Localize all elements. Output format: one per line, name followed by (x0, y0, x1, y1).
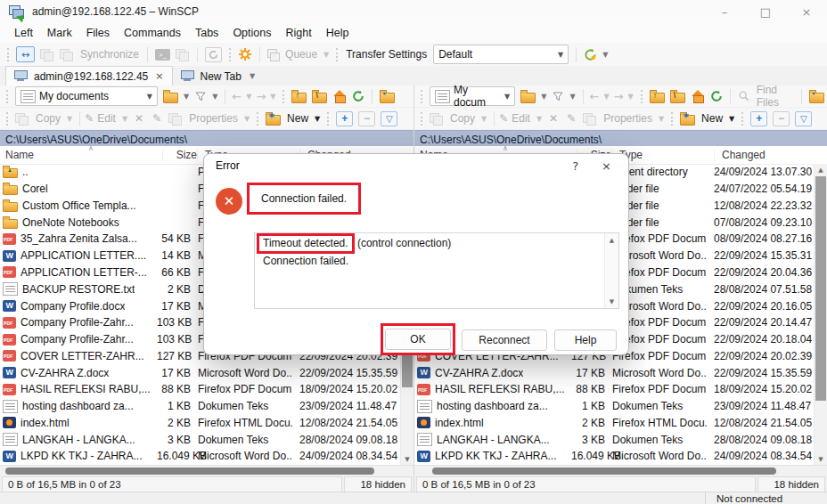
menu-item[interactable]: Mark (40, 27, 79, 39)
console-icon[interactable]: >_ (155, 49, 170, 61)
chevron-down-icon[interactable]: ▼ (602, 51, 608, 59)
refresh-session-icon[interactable] (205, 47, 222, 62)
rename-icon[interactable]: ✎ (567, 112, 576, 125)
toolbar-grip[interactable] (421, 90, 422, 103)
chevron-down-icon[interactable]: ▼ (481, 115, 487, 123)
transfer-settings-combo[interactable]: Default ▼ (433, 45, 569, 64)
remove-filter-icon[interactable]: − (773, 111, 790, 126)
new-label[interactable]: New (701, 112, 723, 125)
file-row[interactable]: CV-ZAHRA Z.docx 17 KB Microsoft Word Do.… (0, 364, 401, 381)
file-row[interactable]: CV-ZAHRA Z.docx 17 KB Microsoft Word Do.… (414, 364, 815, 381)
chevron-down-icon[interactable]: ▼ (536, 115, 542, 123)
new-label[interactable]: New (287, 112, 308, 125)
toolbar-grip[interactable] (6, 112, 8, 126)
synchronize-icon[interactable] (60, 49, 74, 61)
properties-icon[interactable] (168, 113, 183, 125)
add-filter-icon[interactable]: + (336, 111, 353, 126)
refresh-icon[interactable] (710, 90, 723, 102)
rename-icon[interactable]: ✎ (152, 112, 161, 125)
chevron-down-icon[interactable]: ▼ (541, 93, 546, 101)
properties-icon[interactable] (583, 113, 597, 125)
left-path-bar[interactable]: C:\Users\ASUS\OneDrive\Documents\ (0, 130, 414, 148)
minimize-button[interactable]: – (704, 0, 745, 23)
chevron-down-icon[interactable]: ▼ (212, 93, 217, 101)
right-status-hidden[interactable]: 18 hidden (757, 476, 825, 492)
forward-icon[interactable]: → (256, 90, 266, 103)
parent-directory-icon[interactable]: ↑ (291, 93, 307, 103)
root-directory-icon[interactable]: \ (312, 93, 327, 103)
help-button[interactable]: Help (554, 329, 617, 351)
toolbar-grip[interactable] (7, 48, 9, 61)
filter-toggle-icon[interactable]: ▽ (795, 111, 812, 126)
add-filter-icon[interactable]: + (750, 111, 767, 126)
toolbar-grip[interactable] (282, 90, 284, 103)
right-vertical-scrollbar[interactable]: ▲ ▼ (814, 164, 827, 465)
tab-close-icon[interactable]: × (155, 70, 163, 82)
properties-label[interactable]: Properties (603, 112, 652, 125)
equalize-panels-icon[interactable]: ↔ (16, 46, 35, 62)
column-header-size[interactable]: Size (163, 149, 198, 161)
duplicate-session-icon[interactable] (176, 49, 190, 61)
find-files-label[interactable]: Find Files (757, 84, 793, 109)
synchronize-label[interactable]: Synchronize (80, 48, 139, 61)
back-icon[interactable]: ← (232, 90, 242, 103)
edit-label[interactable]: Edit (97, 112, 116, 125)
chevron-down-icon[interactable]: ▼ (659, 115, 664, 123)
copy-label[interactable]: Copy (36, 112, 61, 125)
queue-label[interactable]: Queue (285, 48, 317, 61)
toolbar-grip[interactable] (421, 112, 422, 126)
menu-item[interactable]: Files (79, 27, 117, 39)
transfer-options-icon[interactable] (584, 48, 597, 61)
toolbar-grip[interactable] (741, 112, 743, 126)
edit-label[interactable]: Edit (512, 112, 530, 125)
copy-icon[interactable] (430, 113, 444, 125)
scrollbar-thumb[interactable] (432, 467, 776, 475)
back-icon[interactable]: ← (590, 90, 600, 103)
open-directory-icon[interactable] (520, 93, 536, 103)
chevron-down-icon[interactable]: ▼ (122, 115, 127, 123)
home-directory-icon[interactable] (332, 90, 347, 102)
chevron-down-icon[interactable]: ▼ (244, 115, 250, 123)
file-row[interactable]: LANGKAH - LANGKA... 3 KB Dokumen Teks 28… (0, 431, 401, 448)
chevron-down-icon[interactable]: ▼ (323, 51, 329, 59)
new-folder-icon[interactable]: ✶ (680, 115, 695, 126)
chevron-down-icon[interactable]: ▼ (246, 93, 251, 101)
chevron-down-icon[interactable]: ▼ (628, 93, 634, 101)
column-header-changed[interactable]: Changed (715, 149, 827, 161)
filter-toggle-icon[interactable]: ▽ (381, 111, 397, 126)
open-directory-icon[interactable] (163, 93, 178, 103)
chevron-down-icon[interactable]: ▼ (184, 93, 189, 101)
new-tab-button[interactable]: New Tab ▼ (173, 67, 266, 85)
chevron-down-icon[interactable]: ▼ (569, 93, 575, 101)
maximize-button[interactable]: □ (745, 0, 786, 23)
remove-filter-icon[interactable]: − (358, 111, 375, 126)
copy-label[interactable]: Copy (450, 112, 475, 125)
left-status-hidden[interactable]: 18 hidden (344, 476, 412, 492)
directory-tree-icon[interactable]: ▪ (809, 93, 824, 103)
toolbar-grip[interactable] (336, 48, 338, 61)
new-folder-icon[interactable]: ✶ (266, 115, 281, 126)
menu-item[interactable]: Right (278, 27, 318, 39)
chevron-down-icon[interactable]: ▼ (270, 93, 275, 101)
menu-item[interactable]: Help (319, 27, 356, 39)
gear-icon[interactable] (238, 47, 252, 61)
left-drive-combo[interactable]: My documents ▼ (15, 86, 158, 106)
properties-label[interactable]: Properties (189, 112, 238, 125)
menu-item[interactable]: Options (225, 27, 278, 39)
column-header-name[interactable]: Name (0, 149, 163, 161)
copy-icon[interactable] (15, 113, 29, 125)
filter-icon[interactable] (552, 91, 564, 102)
home-directory-icon[interactable] (691, 90, 705, 102)
refresh-icon[interactable] (352, 90, 364, 102)
message-scrollbar[interactable]: ▲ ▼ (604, 233, 618, 308)
scrollbar-thumb[interactable] (815, 176, 826, 401)
edit-icon[interactable]: ✎ (499, 112, 508, 125)
file-row[interactable]: HASIL REFLEKSI RABU,... 88 KB Firefox PD… (0, 381, 401, 398)
delete-icon[interactable]: ✕ (549, 112, 558, 125)
dialog-help-icon[interactable]: ? (572, 159, 578, 173)
file-row[interactable]: LANGKAH - LANGKA... 3 KB Dokumen Teks 28… (414, 431, 815, 448)
menu-item[interactable]: Tabs (188, 27, 225, 39)
right-path-bar[interactable]: C:\Users\ASUS\OneDrive\Documents\ (414, 130, 827, 148)
close-button[interactable]: × (786, 0, 827, 23)
find-files-icon[interactable] (738, 90, 750, 102)
